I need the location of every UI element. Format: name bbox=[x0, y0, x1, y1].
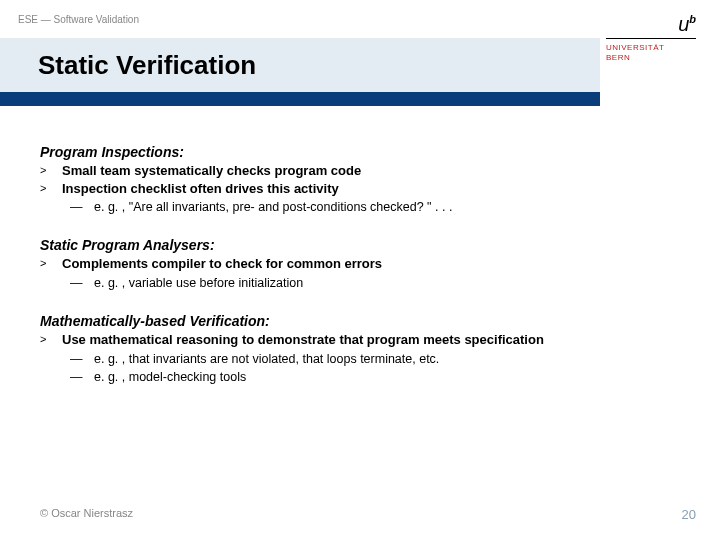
logo-divider bbox=[606, 38, 696, 39]
logo-line2: BERN bbox=[606, 53, 696, 63]
page-number: 20 bbox=[682, 507, 696, 522]
sub-marker: — bbox=[70, 275, 94, 291]
bullet-row: > Complements compiler to check for comm… bbox=[40, 255, 680, 273]
content: Program Inspections: > Small team system… bbox=[0, 108, 720, 385]
sub-marker: — bbox=[70, 199, 94, 215]
section-title: Mathematically-based Verification: bbox=[40, 313, 680, 329]
section-title: Program Inspections: bbox=[40, 144, 680, 160]
logo-main: u bbox=[678, 13, 689, 35]
sub-row: — e. g. , variable use before initializa… bbox=[40, 275, 680, 291]
bullet-text: Complements compiler to check for common… bbox=[62, 255, 680, 273]
university-logo: ub UNIVERSITÄT BERN bbox=[606, 14, 696, 62]
sub-text: e. g. , "Are all invariants, pre- and po… bbox=[94, 199, 680, 215]
sub-text: e. g. , model-checking tools bbox=[94, 369, 680, 385]
bullet-row: > Inspection checklist often drives this… bbox=[40, 180, 680, 198]
sub-marker: — bbox=[70, 369, 94, 385]
footer: © Oscar Nierstrasz 20 bbox=[40, 507, 696, 522]
page-title: Static Verification bbox=[38, 50, 256, 81]
bullet-marker: > bbox=[40, 162, 62, 180]
section-analysers: Static Program Analysers: > Complements … bbox=[40, 237, 680, 291]
sub-row: — e. g. , model-checking tools bbox=[40, 369, 680, 385]
section-title: Static Program Analysers: bbox=[40, 237, 680, 253]
sub-text: e. g. , that invariants are not violated… bbox=[94, 351, 680, 367]
bullet-text: Small team systematically checks program… bbox=[62, 162, 680, 180]
bullet-marker: > bbox=[40, 255, 62, 273]
bullet-text: Use mathematical reasoning to demonstrat… bbox=[62, 331, 680, 349]
title-bar: Static Verification bbox=[0, 38, 600, 92]
bullet-row: > Use mathematical reasoning to demonstr… bbox=[40, 331, 680, 349]
sub-row: — e. g. , that invariants are not violat… bbox=[40, 351, 680, 367]
sub-row: — e. g. , "Are all invariants, pre- and … bbox=[40, 199, 680, 215]
accent-stripe bbox=[0, 92, 600, 106]
breadcrumb: ESE — Software Validation bbox=[18, 14, 139, 25]
sub-marker: — bbox=[70, 351, 94, 367]
sub-text: e. g. , variable use before initializati… bbox=[94, 275, 680, 291]
logo-line1: UNIVERSITÄT bbox=[606, 43, 696, 53]
copyright: © Oscar Nierstrasz bbox=[40, 507, 133, 522]
header: ESE — Software Validation Static Verific… bbox=[0, 0, 720, 108]
bullet-row: > Small team systematically checks progr… bbox=[40, 162, 680, 180]
bullet-text: Inspection checklist often drives this a… bbox=[62, 180, 680, 198]
section-mathematical: Mathematically-based Verification: > Use… bbox=[40, 313, 680, 385]
logo-symbol: ub bbox=[606, 14, 696, 34]
bullet-marker: > bbox=[40, 180, 62, 198]
section-inspections: Program Inspections: > Small team system… bbox=[40, 144, 680, 215]
logo-sup: b bbox=[689, 13, 696, 25]
bullet-marker: > bbox=[40, 331, 62, 349]
